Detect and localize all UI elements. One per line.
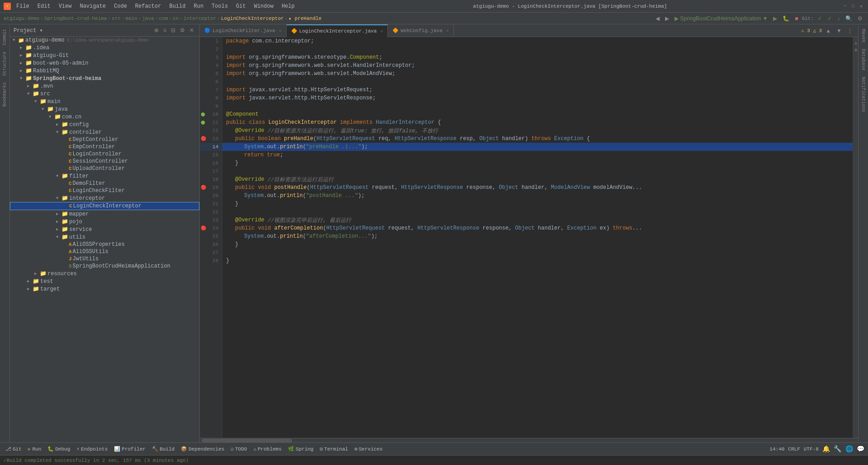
tree-mapper[interactable]: ▶ 📁 mapper bbox=[10, 210, 199, 218]
breadcrumb-main[interactable]: main bbox=[125, 16, 137, 21]
debug-button[interactable]: 🐛 bbox=[781, 14, 791, 23]
tab-down-button[interactable]: ▼ bbox=[835, 27, 844, 35]
project-locate-button[interactable]: ⊕ bbox=[152, 26, 160, 34]
project-expand-button[interactable]: ≡ bbox=[161, 26, 168, 34]
tree-jwtutils[interactable]: ▶ J JwtUtils bbox=[10, 255, 199, 263]
tree-controller[interactable]: ▼ 📁 controller bbox=[10, 128, 199, 136]
settings-button[interactable]: ⚙ bbox=[856, 14, 864, 23]
tree-main[interactable]: ▼ 📁 main bbox=[10, 98, 199, 105]
tree-logincheckfilter[interactable]: ▶ C LoginCheckFilter bbox=[10, 187, 199, 194]
tree-idea[interactable]: ▶ 📁 .idea bbox=[10, 44, 199, 52]
tree-src[interactable]: ▼ 📁 src bbox=[10, 90, 199, 98]
minimize-button[interactable]: ─ bbox=[842, 3, 848, 9]
breadcrumb-project[interactable]: atgiugu-demo bbox=[4, 16, 39, 21]
tab-webconfig[interactable]: 🔶 WebConfig.java ✕ bbox=[388, 24, 453, 37]
sidebar-tab-structure[interactable]: Structure bbox=[1, 49, 8, 79]
git-push-button[interactable]: ✓ bbox=[826, 14, 834, 23]
tab-git[interactable]: ⎇ Git bbox=[4, 446, 24, 452]
menu-file[interactable]: File bbox=[13, 2, 33, 10]
tree-empcontroller[interactable]: ▶ C EmpController bbox=[10, 143, 199, 150]
breadcrumb-src[interactable]: src bbox=[112, 16, 121, 21]
maximize-button[interactable]: □ bbox=[850, 3, 856, 9]
tree-com-cn[interactable]: ▼ 📁 com.cn bbox=[10, 113, 199, 121]
tree-aliossutils[interactable]: ▶ A AliOSSUtils bbox=[10, 248, 199, 255]
tab-run[interactable]: ▶ Run bbox=[26, 446, 43, 452]
tab-logincheckfilter[interactable]: 🔵 LoginCheckFilter.java ✕ bbox=[200, 24, 287, 37]
back-button[interactable]: ◀ bbox=[654, 14, 661, 23]
tree-logincontroller[interactable]: ▶ C LoginController bbox=[10, 150, 199, 158]
breadcrumb-module[interactable]: SpringBoot-crud-heima bbox=[44, 16, 107, 21]
tree-springboot[interactable]: ▼ 📁 SpringBoot-crud-heima bbox=[10, 75, 199, 82]
breadcrumb-method[interactable]: ⬧ preHandle bbox=[288, 16, 321, 21]
tab-services[interactable]: ⚙ Services bbox=[353, 446, 384, 452]
tree-mvn[interactable]: ▶ 📁 .mvn bbox=[10, 82, 199, 90]
tree-rabbitmq[interactable]: ▶ 📁 RabbitMQ bbox=[10, 67, 199, 75]
tab-debug[interactable]: 🐛 Debug bbox=[46, 446, 72, 452]
menu-view[interactable]: View bbox=[55, 2, 75, 10]
menu-edit[interactable]: Edit bbox=[34, 2, 54, 10]
tree-interceptor-folder[interactable]: ▼ 📁 interceptor bbox=[10, 194, 199, 202]
tree-utils[interactable]: ▼ 📁 utils bbox=[10, 233, 199, 241]
tab-terminal[interactable]: ⊡ Terminal bbox=[318, 446, 349, 452]
sidebar-tab-commit[interactable]: Commit bbox=[1, 26, 8, 48]
breadcrumb-interceptor[interactable]: interceptor bbox=[184, 16, 217, 21]
tree-logincheckinterceptor[interactable]: ▶ C LoginCheckInterceptor bbox=[10, 202, 199, 210]
tree-boot-web[interactable]: ▶ 📁 boot-web-05-admin bbox=[10, 59, 199, 67]
tab-spring[interactable]: 🌿 Spring bbox=[286, 446, 316, 452]
stop-button[interactable]: ■ bbox=[793, 14, 800, 23]
tree-config[interactable]: ▶ 📁 config bbox=[10, 121, 199, 128]
tab-endpoints[interactable]: ⚡ Endpoints bbox=[75, 446, 109, 452]
tab-dependencies[interactable]: 📦 Dependencies bbox=[179, 446, 226, 452]
tab-build[interactable]: 🔨 Build bbox=[150, 446, 176, 452]
tree-deptcontroller[interactable]: ▶ C DeptController bbox=[10, 136, 199, 143]
tab-up-button[interactable]: ▲ bbox=[824, 27, 833, 35]
menu-refactor[interactable]: Refactor bbox=[132, 2, 165, 10]
breadcrumb-class[interactable]: LoginCheckInterceptor bbox=[221, 16, 284, 21]
search-button[interactable]: 🔍 bbox=[844, 14, 854, 23]
run-config-button[interactable]: ▶ SpringBootCrudHeimaApplication ▼ bbox=[673, 14, 769, 23]
menu-window[interactable]: Window bbox=[250, 2, 277, 10]
tab-interceptor-close[interactable]: ✕ bbox=[380, 28, 383, 34]
menu-help[interactable]: Help bbox=[278, 2, 298, 10]
breadcrumb-com[interactable]: com bbox=[159, 16, 168, 21]
tab-logincheckinterceptor[interactable]: 🔶 LoginCheckInterceptor.java ✕ bbox=[287, 24, 388, 37]
menu-build[interactable]: Build bbox=[165, 2, 189, 10]
tree-filter[interactable]: ▼ 📁 filter bbox=[10, 172, 199, 180]
tree-sessioncontroller[interactable]: ▶ C SessionController bbox=[10, 158, 199, 165]
menu-git[interactable]: Git bbox=[232, 2, 250, 10]
menu-navigate[interactable]: Navigate bbox=[76, 2, 109, 10]
project-collapse-button[interactable]: ⊟ bbox=[169, 26, 177, 34]
tree-resources[interactable]: ▶ 📁 resources bbox=[10, 270, 199, 277]
breadcrumb-cn[interactable]: cn bbox=[173, 16, 179, 21]
menu-tools[interactable]: Tools bbox=[208, 2, 231, 10]
tree-aliossprops[interactable]: ▶ A AliOSSProperties bbox=[10, 241, 199, 248]
sidebar-tab-bookmarks[interactable]: Bookmarks bbox=[1, 80, 8, 109]
project-settings-button[interactable]: ⚙ bbox=[178, 26, 187, 34]
tree-pojo[interactable]: ▶ 📁 pojo bbox=[10, 218, 199, 225]
tab-webconfig-close[interactable]: ✕ bbox=[446, 28, 449, 33]
menu-run[interactable]: Run bbox=[190, 2, 207, 10]
tab-problems[interactable]: ⚠ Problems bbox=[251, 446, 283, 452]
tree-atgiugu-git[interactable]: ▶ 📁 atgiugu-Git bbox=[10, 52, 199, 59]
tab-filter-close[interactable]: ✕ bbox=[279, 28, 282, 33]
tree-target[interactable]: ▶ 📁 target bbox=[10, 285, 199, 293]
code-content[interactable]: package com.cn.interceptor; import org.s… bbox=[222, 37, 853, 438]
tree-uploadcontroller[interactable]: ▶ C UploadController bbox=[10, 165, 199, 172]
tree-service[interactable]: ▶ 📁 service bbox=[10, 225, 199, 233]
tab-todo[interactable]: ☑ TODO bbox=[229, 446, 249, 452]
breadcrumb-java[interactable]: java bbox=[142, 16, 154, 21]
right-tab-maven[interactable]: Maven bbox=[860, 26, 867, 45]
tree-demofilter[interactable]: ▶ C DemoFilter bbox=[10, 180, 199, 187]
tab-profiler[interactable]: 📊 Profiler bbox=[112, 446, 147, 452]
tree-java[interactable]: ▼ 📁 java bbox=[10, 105, 199, 113]
tree-test[interactable]: ▶ 📁 test bbox=[10, 277, 199, 285]
menu-code[interactable]: Code bbox=[110, 2, 131, 10]
project-close-button[interactable]: ✕ bbox=[188, 26, 196, 34]
forward-button[interactable]: ▶ bbox=[663, 14, 671, 23]
tree-springbootapp[interactable]: ▶ S SpringBootCrudHeimaApplication bbox=[10, 263, 199, 270]
run-button[interactable]: ▶ bbox=[771, 14, 779, 23]
tab-more-button[interactable]: ⋮ bbox=[845, 27, 854, 35]
git-check-button[interactable]: ✓ bbox=[816, 14, 824, 23]
horizontal-scrollbar[interactable] bbox=[200, 438, 858, 442]
close-button[interactable]: ✕ bbox=[858, 3, 864, 9]
